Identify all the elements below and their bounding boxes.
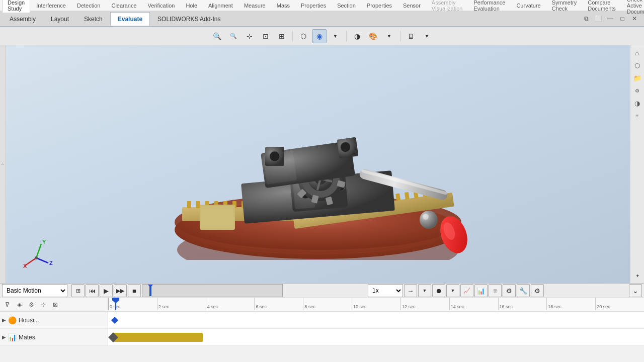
pan-btn[interactable]: ⊞ xyxy=(275,29,289,43)
play-forward-btn[interactable]: ▶▶ xyxy=(114,284,127,297)
svg-point-83 xyxy=(35,256,38,259)
ribbon-tab-clearance[interactable]: Clearance xyxy=(106,2,141,10)
ruler-8sec: 8 sec xyxy=(303,304,352,309)
expand-arrow-mates[interactable]: ▶ xyxy=(2,334,6,340)
stop-btn[interactable]: ■ xyxy=(128,284,141,297)
tab-addins[interactable]: SOLIDWORKS Add-Ins xyxy=(150,12,228,26)
ruler-10sec: 10 sec xyxy=(352,304,400,309)
sim-results-btn[interactable]: ⚙ xyxy=(503,284,516,297)
add-key-btn[interactable]: ◈ xyxy=(14,299,25,310)
ribbon-row1: Design Study Interference Detection Clea… xyxy=(0,0,644,11)
color-btn[interactable]: 🎨 xyxy=(366,29,380,43)
timeline-item-housing[interactable]: ▶ 🟠 Housi... xyxy=(0,312,108,329)
svg-rect-9 xyxy=(187,201,191,208)
ribbon-tab-verification[interactable]: Verification xyxy=(143,2,180,10)
play-btn[interactable]: ▶ xyxy=(100,284,113,297)
display-style-btn[interactable]: ◑ xyxy=(350,29,364,43)
view-dropdown-btn[interactable]: ▼ xyxy=(329,29,343,43)
motion-settings-btn[interactable]: 🔧 xyxy=(517,284,530,297)
svg-rect-38 xyxy=(405,192,410,199)
display-btn[interactable]: 🖥 xyxy=(404,29,418,43)
timeline-playhead[interactable] xyxy=(112,298,119,310)
folder-btn[interactable]: 📁 xyxy=(632,72,643,83)
layers-btn[interactable]: ≡ xyxy=(489,284,502,297)
tab-layout[interactable]: Layout xyxy=(43,12,76,26)
ribbon-tab-measure[interactable]: Measure xyxy=(239,2,271,10)
motion-table-btn[interactable]: ⊞ xyxy=(71,284,85,297)
tab-sketch[interactable]: Sketch xyxy=(76,12,110,26)
restore-window-btn[interactable]: ⧉ xyxy=(581,13,592,24)
ribbon-tab-interference[interactable]: Interference xyxy=(31,2,71,10)
delete-key-btn[interactable]: ⊠ xyxy=(50,299,61,310)
model-container xyxy=(142,69,494,260)
ribbon-tab-mass-props[interactable]: Properties xyxy=(296,2,331,10)
track-mates[interactable] xyxy=(108,329,644,346)
arrow-dropdown-btn[interactable]: ▼ xyxy=(418,284,431,297)
selection-filter-btn[interactable]: ✦ xyxy=(632,270,643,281)
results-btn[interactable]: 📊 xyxy=(474,284,488,297)
3d-viewport[interactable]: X Y Z xyxy=(6,45,630,283)
display-panel-btn[interactable]: ≡ xyxy=(632,110,643,121)
svg-text:X: X xyxy=(23,263,27,269)
tab-assembly[interactable]: Assembly xyxy=(2,12,43,26)
plot-btn[interactable]: 📈 xyxy=(460,284,473,297)
timeline-items: ▶ 🟠 Housi... ▶ 📊 Mates xyxy=(0,312,108,346)
ribbon-tab-design-study[interactable]: Design Study xyxy=(2,0,30,13)
ribbon-tab-performance[interactable]: Performance Evaluation xyxy=(468,0,510,13)
toolbar: 🔍 🔍 ⊹ ⊡ ⊞ ⬡ ◉ ▼ ◑ 🎨 ▼ 🖥 ▼ xyxy=(0,27,644,45)
color-dropdown-btn[interactable]: ▼ xyxy=(382,29,396,43)
properties-btn[interactable]: ⚙ xyxy=(632,85,643,96)
sim-settings-btn[interactable]: ⚙ xyxy=(531,284,544,297)
maximize-panel-btn[interactable]: □ xyxy=(617,13,628,24)
ribbon-tab-assembly-viz[interactable]: Assembly Visualization xyxy=(427,0,468,13)
ribbon-tab-compare[interactable]: Compare Documents xyxy=(583,0,621,13)
ribbon-tab-alignment[interactable]: Alignment xyxy=(203,2,238,10)
ribbon-tab-sensor[interactable]: Sensor xyxy=(398,2,426,10)
axis-indicator: X Y Z xyxy=(21,238,56,273)
ribbon-tab-section[interactable]: Section xyxy=(332,2,361,10)
svg-line-81 xyxy=(36,258,48,263)
speed-selector[interactable]: 1x 0.5x 0.25x 2x xyxy=(368,284,403,297)
record-dropdown-btn[interactable]: ▼ xyxy=(446,284,459,297)
mates-motion-bar xyxy=(112,333,203,342)
arrow-right-btn[interactable]: → xyxy=(404,284,417,297)
motion-type-selector[interactable]: Basic Motion xyxy=(2,284,67,297)
timeline-tools: ⊽ ◈ ⚙ ⊹ ⊠ xyxy=(0,298,108,312)
view-normal-btn[interactable]: ◉ xyxy=(312,29,327,43)
select-btn[interactable]: ⊹ xyxy=(243,29,257,43)
expand-motion-btn[interactable]: ⌄ xyxy=(629,284,642,297)
tile-window-btn[interactable]: ⬜ xyxy=(593,13,604,24)
timeline-item-mates[interactable]: ▶ 📊 Mates xyxy=(0,329,108,346)
select-key-btn[interactable]: ⊹ xyxy=(38,299,49,310)
3d-model-svg xyxy=(142,69,494,260)
timeline-scrubber[interactable] xyxy=(142,284,283,297)
keyframe-housing-0[interactable] xyxy=(111,316,118,323)
ribbon-tab-detection[interactable]: Detection xyxy=(72,2,105,10)
left-panel-collapse[interactable]: ‹ xyxy=(0,45,6,283)
tab-evaluate[interactable]: Evaluate xyxy=(110,12,150,26)
ribbon-tab-curvature[interactable]: Curvature xyxy=(511,2,545,10)
view-cube-btn[interactable]: ⬡ xyxy=(296,29,310,43)
zoom-in-btn[interactable]: 🔍 xyxy=(226,29,240,43)
timeline-tracks xyxy=(108,312,644,346)
close-panel-btn[interactable]: ✕ xyxy=(629,13,640,24)
ribbon-tab-mass[interactable]: Mass xyxy=(272,2,295,10)
display-dropdown-btn[interactable]: ▼ xyxy=(420,29,434,43)
colors-panel-btn[interactable]: ◑ xyxy=(632,98,643,109)
play-rewind-btn[interactable]: ⏮ xyxy=(86,284,99,297)
expand-arrow-housing[interactable]: ▶ xyxy=(2,317,6,323)
ruler-16sec: 16 sec xyxy=(499,304,547,309)
window-controls: ⧉ ⬜ — □ ✕ xyxy=(581,13,642,24)
track-housing[interactable] xyxy=(108,312,644,329)
minimize-panel-btn[interactable]: — xyxy=(605,13,616,24)
filter-btn[interactable]: ⊽ xyxy=(2,299,13,310)
home-view-btn[interactable]: ⌂ xyxy=(632,47,643,58)
ribbon-tab-hole[interactable]: Hole xyxy=(181,2,202,10)
key-settings-btn[interactable]: ⚙ xyxy=(26,299,37,310)
ribbon-tab-symmetry[interactable]: Symmetry Check xyxy=(547,0,582,13)
zoom-to-fit-btn[interactable]: 🔍 xyxy=(210,29,224,43)
record-btn[interactable]: ⏺ xyxy=(432,284,445,297)
rotate-view-btn[interactable]: ⊡ xyxy=(259,29,273,43)
iso-view-btn[interactable]: ⬡ xyxy=(632,60,643,71)
ribbon-tab-section-props[interactable]: Properties xyxy=(362,2,397,10)
